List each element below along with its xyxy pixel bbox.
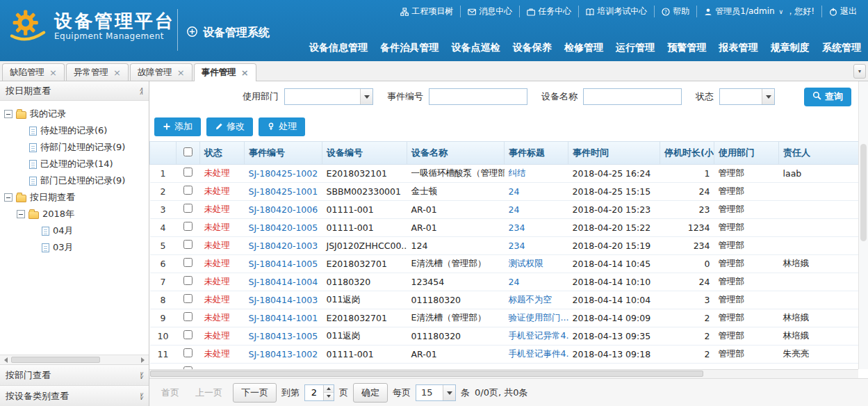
combo-arrow-icon[interactable] — [443, 385, 455, 400]
process-button[interactable]: 处理 — [259, 117, 305, 136]
event-title-link[interactable] — [505, 363, 568, 369]
edit-button[interactable]: 修改 — [206, 117, 253, 136]
scrollbar-thumb[interactable] — [150, 371, 703, 377]
sidebar-horizontal-scrollbar[interactable] — [0, 355, 149, 364]
close-icon[interactable]: × — [241, 68, 249, 77]
tab-abnormal-management[interactable]: 异常管理× — [66, 63, 129, 81]
nav-item[interactable]: 系统管理 — [822, 42, 861, 54]
tab-event-management[interactable]: 事件管理× — [194, 63, 256, 81]
table-row[interactable]: 3未处理SJ-180420-100601111-001AR-01242018-0… — [150, 200, 859, 218]
combo-arrow-icon[interactable] — [762, 89, 774, 104]
event-no-link[interactable]: SJ-180413-1002 — [245, 345, 322, 363]
nav-item[interactable]: 报表管理 — [719, 42, 758, 54]
column-header[interactable]: 责任人 — [779, 142, 859, 164]
spinner-up-icon[interactable] — [324, 385, 334, 393]
nav-item[interactable]: 备件治具管理 — [380, 42, 439, 54]
row-checkbox[interactable] — [183, 204, 193, 213]
event-title-link[interactable]: 手机登记异常4... — [505, 327, 568, 345]
table-row[interactable]: 11未处理SJ-180413-100201111-001AR-01手机登记事件4… — [150, 345, 859, 363]
event-title-link[interactable]: 24 — [505, 273, 568, 291]
column-header[interactable]: 停机时长(小时) — [660, 142, 714, 164]
tab-fault-management[interactable]: 故障管理× — [130, 63, 193, 81]
close-icon[interactable]: × — [177, 68, 185, 77]
confirm-button[interactable]: 确定 — [353, 383, 388, 403]
tab-overflow-button[interactable]: ▾ — [853, 64, 866, 79]
event-no-link[interactable]: SJ-180414-1004 — [245, 273, 322, 291]
table-row[interactable]: 6未处理SJ-180414-1005E2018032701E清洗槽（管理部）测试… — [150, 254, 859, 273]
event-no-link[interactable]: SJ-180413-1005 — [245, 327, 322, 345]
query-button[interactable]: 查询 — [804, 88, 851, 106]
nav-item[interactable]: 设备保养 — [513, 42, 552, 54]
row-checkbox[interactable] — [183, 294, 193, 303]
row-checkbox[interactable] — [183, 222, 193, 231]
event-title-link[interactable]: 验证使用部门... — [505, 309, 568, 327]
table-row[interactable]: 9未处理SJ-180414-1001E2018032701E清洗槽（管理部）验证… — [150, 309, 859, 327]
page-number-input[interactable] — [305, 385, 323, 400]
device-name-input[interactable] — [583, 88, 682, 105]
panel-header-by-department[interactable]: 按部门查看 ∨∨ — [0, 364, 149, 385]
scroll-right-arrow-icon[interactable] — [141, 357, 147, 363]
tree-node[interactable]: 已处理的记录(14) — [1, 156, 147, 172]
nav-item[interactable]: 规章制度 — [771, 42, 810, 54]
next-page-button[interactable]: 下一页 — [233, 383, 277, 403]
event-no-link[interactable]: SJ-180425-1001 — [245, 182, 322, 200]
nav-item[interactable]: 设备点巡检 — [451, 42, 500, 54]
scroll-left-arrow-icon[interactable] — [1, 357, 8, 363]
collapse-toggle-icon[interactable] — [4, 193, 13, 202]
nav-item[interactable]: 检修管理 — [564, 42, 603, 54]
collapse-up-icon[interactable]: ∧∧ — [139, 88, 143, 95]
column-header[interactable]: 事件标题 — [505, 142, 568, 164]
spinner-down-icon[interactable] — [324, 393, 334, 400]
table-row[interactable]: 5未处理SJ-180420-1003JSJ0120ZHHCC00...12423… — [150, 236, 859, 254]
row-checkbox[interactable] — [183, 276, 193, 285]
link-help[interactable]: ?帮助 — [655, 6, 697, 17]
grid-horizontal-scrollbar[interactable] — [149, 369, 858, 378]
row-checkbox[interactable] — [183, 186, 193, 195]
table-row[interactable]: 12 — [150, 363, 859, 369]
event-title-link[interactable]: 测试权限 — [505, 254, 568, 273]
event-title-link[interactable]: 纠结 — [505, 164, 568, 182]
tree-node[interactable]: 部门已处理的记录(9) — [1, 172, 147, 189]
event-title-link[interactable]: 234 — [505, 218, 568, 236]
event-no-input[interactable] — [429, 88, 527, 105]
tree-node[interactable]: 待部门处理的记录(9) — [1, 139, 147, 156]
row-checkbox[interactable] — [183, 312, 193, 321]
tree-node[interactable]: 03月 — [1, 239, 147, 256]
close-icon[interactable]: × — [49, 68, 57, 77]
event-title-link[interactable]: 234 — [505, 236, 568, 254]
table-row[interactable]: 7未处理SJ-180414-100401180320123454242018-0… — [150, 273, 859, 291]
event-no-link[interactable]: SJ-180425-1002 — [245, 164, 322, 182]
row-checkbox[interactable] — [183, 330, 193, 339]
panel-header-by-date[interactable]: 按日期查看 ∧∧ — [0, 81, 149, 101]
status-combo-input[interactable] — [720, 89, 762, 104]
event-no-link[interactable]: SJ-180420-1003 — [245, 236, 322, 254]
scrollbar-thumb[interactable] — [11, 357, 100, 363]
select-all-checkbox[interactable] — [183, 147, 193, 156]
close-icon[interactable]: × — [113, 68, 121, 77]
link-logout[interactable]: 退出 — [822, 6, 864, 17]
add-button[interactable]: 添加 — [154, 117, 201, 136]
grid-vertical-scrollbar[interactable] — [858, 81, 868, 369]
event-no-link[interactable]: SJ-180420-1006 — [245, 200, 322, 218]
row-checkbox[interactable] — [183, 168, 193, 177]
event-title-link[interactable]: 24 — [505, 200, 568, 218]
tab-defect-management[interactable]: 缺陷管理× — [2, 63, 65, 81]
panel-header-by-device-category[interactable]: 按设备类别查看 ∨∨ — [0, 385, 149, 406]
row-checkbox[interactable] — [183, 348, 193, 357]
event-no-link[interactable]: SJ-180414-1001 — [245, 309, 322, 327]
collapse-toggle-icon[interactable] — [4, 110, 13, 118]
link-message-center[interactable]: 消息中心 — [461, 6, 520, 17]
combo-arrow-icon[interactable] — [360, 89, 372, 104]
column-header[interactable]: 事件时间 — [568, 142, 660, 164]
tree-node[interactable]: 我的记录 — [1, 106, 147, 122]
nav-item[interactable]: 运行管理 — [616, 42, 655, 54]
tree-node[interactable]: 待处理的记录(6) — [1, 122, 147, 139]
link-project-tree[interactable]: 工程项目树 — [393, 6, 461, 17]
page-number-spinner[interactable] — [304, 384, 334, 401]
event-no-link[interactable] — [245, 363, 322, 369]
event-no-link[interactable]: SJ-180420-1005 — [245, 218, 322, 236]
column-header[interactable]: 设备编号 — [322, 142, 407, 164]
dept-combo-input[interactable] — [285, 89, 360, 104]
event-title-link[interactable]: 24 — [505, 182, 568, 200]
expand-down-icon[interactable]: ∨∨ — [139, 393, 143, 400]
